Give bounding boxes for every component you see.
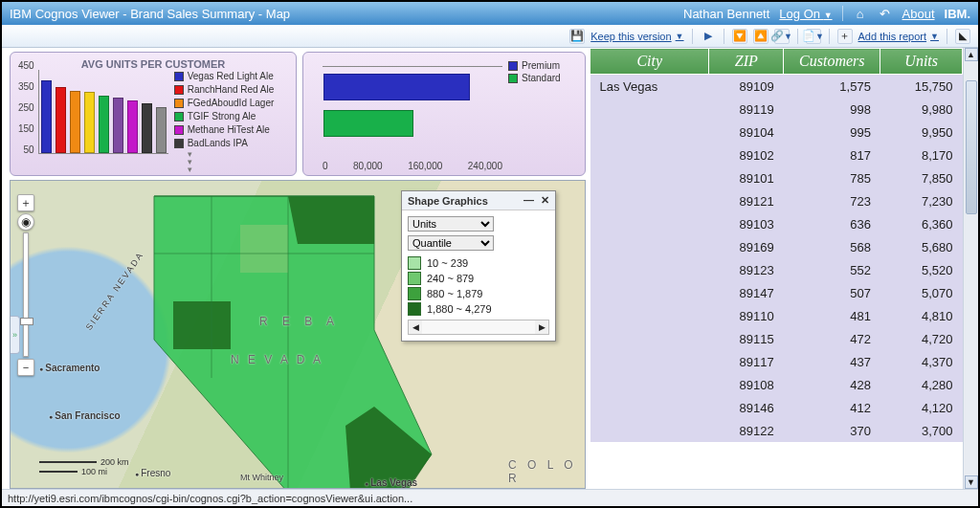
cell-city [590, 419, 709, 442]
add-icon[interactable]: ＋ [837, 29, 853, 44]
chart1-bar[interactable] [156, 107, 167, 153]
popup-measure-select[interactable]: Units [408, 216, 494, 232]
back-icon[interactable]: ↶ [878, 6, 893, 21]
chart1-legend-item[interactable]: Methane HiTest Ale [174, 123, 288, 137]
map[interactable]: N E V A D A R E B A C O L O R SIERRA NEV… [10, 180, 586, 489]
edit-tool-icon[interactable]: ◣ [955, 29, 970, 44]
zoom-slider-thumb[interactable] [20, 318, 33, 325]
city-sanfrancisco[interactable]: San Francisco [49, 410, 121, 421]
chart1-legend-item[interactable]: BadLands IPA [174, 137, 288, 150]
report-toolbar: 💾 Keep this version ▼ ▶ 🔽 🔼 🔗▼ 📄▼ ＋ Add … [2, 25, 978, 48]
cell-units: 8,170 [880, 144, 963, 166]
table-row[interactable]: 891464124,120 [590, 396, 963, 419]
save-icon[interactable]: 💾 [569, 29, 585, 44]
chart1-bar[interactable] [70, 91, 80, 153]
chart1-bar[interactable] [56, 87, 66, 153]
drill-up-icon[interactable]: 🔼 [753, 29, 768, 44]
scroll-thumb[interactable] [966, 80, 977, 214]
cell-customers: 1,575 [784, 75, 880, 99]
table-row[interactable]: 891199989,980 [590, 98, 963, 121]
chart1-bar[interactable] [142, 103, 152, 153]
popup-scroll-left[interactable]: ◀ [409, 320, 422, 334]
chart1-legend-item[interactable]: TGIF Strong Ale [174, 110, 288, 123]
run-icon[interactable]: ▶ [701, 29, 716, 44]
scroll-down-button[interactable]: ▼ [965, 475, 978, 489]
chart2-bar-standard[interactable] [323, 110, 413, 137]
popup-minimize-icon[interactable]: — [523, 194, 534, 206]
scroll-up-button[interactable]: ▲ [965, 48, 978, 61]
table-header[interactable]: Customers [784, 49, 880, 75]
table-row[interactable]: 891223703,700 [590, 419, 963, 442]
vertical-scrollbar[interactable]: ▲ ▼ [963, 48, 978, 489]
table-header[interactable]: Units [880, 49, 963, 75]
zoom-slider-track[interactable] [23, 232, 29, 357]
table-row[interactable]: 891104814,810 [590, 304, 963, 327]
logon-link[interactable]: Log On ▼ [779, 7, 832, 21]
table-row[interactable]: 891154724,720 [590, 327, 963, 350]
chart2-legend-item[interactable]: Premium [508, 60, 577, 71]
table-row[interactable]: Las Vegas891091,57515,750 [590, 75, 963, 99]
shape-graphics-popup[interactable]: Shape Graphics — ✕ Units Quantile 10 ~ 2… [401, 190, 556, 342]
home-icon[interactable]: ⌂ [853, 6, 868, 21]
city-fresno[interactable]: Fresno [135, 468, 170, 478]
popup-legend: 10 ~ 239240 ~ 879880 ~ 1,8791,880 ~ 4,27… [408, 256, 549, 316]
cell-units: 3,700 [880, 419, 963, 442]
page-icon[interactable]: 📄▼ [806, 29, 821, 44]
cell-zip: 89122 [709, 419, 784, 442]
svg-marker-2 [173, 301, 231, 349]
table-row[interactable]: 891036366,360 [590, 212, 963, 235]
popup-scroll-track[interactable] [422, 320, 535, 334]
popup-legend-item[interactable]: 1,880 ~ 4,279 [408, 302, 549, 316]
legend-more-icon[interactable]: ▾ [174, 166, 288, 173]
chart1-bar[interactable] [127, 100, 138, 153]
zoom-in-button[interactable]: ＋ [17, 194, 34, 211]
table-header[interactable]: ZIP [709, 49, 784, 75]
table-row[interactable]: 891174374,370 [590, 350, 963, 373]
related-links-icon[interactable]: 🔗▼ [774, 29, 790, 44]
chart1-bar[interactable] [113, 98, 123, 153]
table-row[interactable]: 891217237,230 [590, 189, 963, 212]
add-report-link[interactable]: Add this report ▼ [858, 31, 939, 42]
popup-legend-item[interactable]: 240 ~ 879 [408, 272, 549, 285]
chart1-bars[interactable] [38, 70, 168, 154]
ibm-logo: IBM. [945, 7, 970, 21]
table-row[interactable]: 891235525,520 [590, 258, 963, 281]
table-row[interactable]: 891084284,280 [590, 373, 963, 396]
popup-scrollbar[interactable]: ◀ ▶ [408, 320, 549, 335]
city-sacramento[interactable]: Sacramento [39, 363, 100, 373]
chart1-bar[interactable] [41, 80, 52, 153]
expand-panel-handle[interactable]: » [11, 316, 20, 354]
drill-down-icon[interactable]: 🔽 [732, 29, 747, 44]
chart1-legend-item[interactable]: FGedAboudId Lager [174, 97, 288, 110]
zoom-out-button[interactable]: － [17, 359, 34, 376]
cell-customers: 817 [784, 144, 880, 166]
popup-legend-item[interactable]: 880 ~ 1,879 [408, 287, 549, 300]
city-lasvegas[interactable]: Las Vegas [365, 477, 417, 488]
table-row[interactable]: 891028178,170 [590, 144, 963, 166]
table-row[interactable]: 891695685,680 [590, 235, 963, 258]
table-row[interactable]: 891017857,850 [590, 166, 963, 189]
chart1-bar[interactable] [84, 92, 95, 153]
zoom-globe-button[interactable]: ◉ [17, 213, 34, 231]
chart2-legend-item[interactable]: Standard [508, 73, 577, 83]
chart1-legend-item[interactable]: Vegas Red Light Ale [174, 70, 288, 83]
table-row[interactable]: 891475075,070 [590, 281, 963, 304]
about-link[interactable]: About [902, 7, 935, 21]
keep-version-link[interactable]: Keep this version ▼ [590, 31, 683, 42]
popup-classify-select[interactable]: Quantile [408, 235, 494, 251]
chart2-x-axis: 080,000160,000240,000 [323, 161, 502, 171]
table-header[interactable]: City [590, 49, 709, 75]
popup-scroll-right[interactable]: ▶ [535, 320, 548, 334]
state-partial-label: C O L O R [508, 458, 585, 485]
chart1-bar[interactable] [99, 96, 109, 153]
popup-legend-item[interactable]: 10 ~ 239 [408, 256, 549, 270]
cell-city [590, 144, 709, 166]
table-body: Las Vegas891091,57515,750891199989,98089… [590, 75, 963, 443]
popup-titlebar[interactable]: Shape Graphics — ✕ [402, 191, 555, 210]
chart2-plot[interactable] [323, 66, 502, 67]
popup-close-icon[interactable]: ✕ [541, 194, 549, 206]
chart1-legend-item[interactable]: RanchHand Red Ale [174, 83, 288, 97]
cell-units: 4,810 [880, 304, 963, 327]
table-row[interactable]: 891049959,950 [590, 121, 963, 144]
chart2-bar-premium[interactable] [323, 74, 470, 100]
